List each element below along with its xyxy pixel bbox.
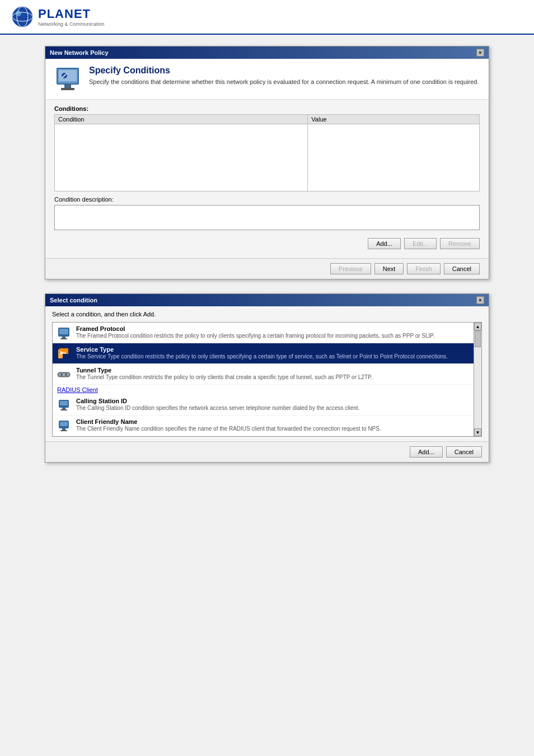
new-network-policy-dialog: New Network Policy × Specify Conditions … bbox=[45, 46, 489, 279]
remove-button[interactable]: Remove bbox=[440, 238, 480, 249]
edit-button[interactable]: Edit... bbox=[404, 238, 437, 249]
calling-station-icon bbox=[57, 399, 71, 412]
scrollbar-up-button[interactable]: ▲ bbox=[474, 323, 481, 330]
dialog2-close-button[interactable]: × bbox=[476, 296, 484, 304]
service-type-icon bbox=[57, 347, 71, 361]
conditions-table: Condition Value bbox=[54, 114, 480, 192]
condition-list-scrollbar[interactable]: ▲ ▼ bbox=[474, 323, 481, 436]
dialog1-title-area: Specify Conditions Specify the condition… bbox=[89, 66, 479, 86]
add-button[interactable]: Add... bbox=[368, 238, 401, 249]
logo-subtitle: Networking & Communication bbox=[38, 21, 105, 27]
logo-area: PLANET Networking & Communication bbox=[11, 6, 523, 28]
client-friendly-icon bbox=[57, 419, 71, 433]
next-button[interactable]: Next bbox=[374, 263, 404, 274]
condition-list-wrapper: Framed Protocol The Framed Protocol cond… bbox=[52, 322, 482, 437]
dialog2-titlebar: Select condition × bbox=[45, 294, 489, 306]
dialog2-cancel-button[interactable]: Cancel bbox=[446, 446, 482, 458]
svg-rect-19 bbox=[59, 374, 69, 376]
svg-rect-13 bbox=[62, 337, 65, 338]
svg-rect-29 bbox=[60, 430, 67, 431]
dialog1-header-section: Specify Conditions Specify the condition… bbox=[45, 59, 489, 100]
conditions-label: Conditions: bbox=[54, 105, 480, 112]
tunnel-type-desc: The Tunnel Type condition restricts the … bbox=[76, 374, 372, 381]
condition-list: Framed Protocol The Framed Protocol cond… bbox=[53, 323, 474, 436]
dialog1-titlebar: New Network Policy × bbox=[45, 46, 489, 59]
dialog1-description: Specify the conditions that determine wh… bbox=[89, 78, 479, 86]
tunnel-type-icon bbox=[57, 368, 71, 381]
finish-button[interactable]: Finish bbox=[407, 263, 440, 274]
framed-protocol-content: Framed Protocol The Framed Protocol cond… bbox=[76, 325, 435, 339]
col-condition-header: Condition bbox=[55, 115, 308, 124]
service-type-desc: The Service Type condition restricts the… bbox=[76, 353, 448, 360]
tunnel-type-title: Tunnel Type bbox=[76, 367, 372, 374]
action-buttons: Add... Edit... Remove bbox=[54, 235, 480, 253]
dialog1-heading: Specify Conditions bbox=[89, 66, 479, 76]
dialog2-body: Select a condition, and then click Add. … bbox=[45, 306, 489, 462]
scrollbar-down-button[interactable]: ▼ bbox=[474, 428, 481, 436]
dialog2-title: Select condition bbox=[50, 297, 97, 304]
svg-rect-23 bbox=[60, 401, 68, 405]
framed-protocol-title: Framed Protocol bbox=[76, 325, 435, 332]
dialog1-close-button[interactable]: × bbox=[476, 49, 484, 57]
content-area: New Network Policy × Specify Conditions … bbox=[0, 35, 534, 488]
svg-rect-12 bbox=[59, 329, 68, 334]
calling-station-desc: The Calling Station ID condition specifi… bbox=[76, 404, 359, 412]
scrollbar-thumb[interactable] bbox=[475, 330, 481, 347]
calling-station-title: Calling Station ID bbox=[76, 398, 359, 404]
cancel-button[interactable]: Cancel bbox=[444, 263, 480, 274]
service-type-content: Service Type The Service Type condition … bbox=[76, 346, 448, 360]
svg-point-20 bbox=[60, 374, 63, 376]
condition-description-box bbox=[54, 205, 480, 230]
condition-item-client-friendly[interactable]: Client Friendly Name The Client Friendly… bbox=[53, 416, 474, 436]
svg-rect-24 bbox=[62, 408, 65, 409]
svg-rect-8 bbox=[64, 85, 71, 88]
header: PLANET Networking & Communication bbox=[0, 0, 534, 35]
condition-item-tunnel-type[interactable]: Tunnel Type The Tunnel Type condition re… bbox=[53, 364, 474, 385]
condition-item-framed-protocol[interactable]: Framed Protocol The Framed Protocol cond… bbox=[53, 323, 474, 343]
dialog2-footer: Add... Cancel bbox=[45, 441, 489, 462]
framed-protocol-desc: The Framed Protocol condition restricts … bbox=[76, 332, 435, 339]
svg-rect-14 bbox=[60, 338, 67, 339]
svg-rect-27 bbox=[60, 422, 68, 426]
scrollbar-track bbox=[474, 330, 481, 428]
logo-text-area: PLANET Networking & Communication bbox=[38, 7, 105, 27]
condition-item-service-type[interactable]: Service Type The Service Type condition … bbox=[53, 343, 474, 364]
svg-rect-25 bbox=[60, 409, 67, 410]
framed-protocol-icon bbox=[57, 326, 71, 340]
specify-conditions-icon bbox=[54, 66, 81, 92]
planet-logo-icon bbox=[11, 6, 34, 28]
svg-point-21 bbox=[65, 374, 67, 376]
service-type-title: Service Type bbox=[76, 346, 448, 353]
svg-rect-28 bbox=[62, 428, 65, 430]
tunnel-type-content: Tunnel Type The Tunnel Type condition re… bbox=[76, 367, 372, 381]
svg-rect-7 bbox=[59, 70, 77, 81]
client-friendly-title: Client Friendly Name bbox=[76, 418, 381, 425]
logo-brand: PLANET bbox=[38, 7, 91, 21]
client-friendly-desc: The Client Friendly Name condition speci… bbox=[76, 425, 381, 432]
radius-client-header: RADIUS Client bbox=[53, 385, 474, 395]
select-condition-dialog: Select condition × Select a condition, a… bbox=[45, 293, 489, 463]
col-value-header: Value bbox=[308, 115, 480, 124]
previous-button[interactable]: Previous bbox=[330, 263, 371, 274]
calling-station-content: Calling Station ID The Calling Station I… bbox=[76, 398, 359, 412]
dialog2-add-button[interactable]: Add... bbox=[410, 446, 443, 458]
condition-description-label: Condition description: bbox=[54, 196, 480, 203]
select-condition-instruction: Select a condition, and then click Add. bbox=[45, 306, 489, 322]
empty-row bbox=[55, 124, 480, 192]
dialog1-content: Conditions: Condition Value bbox=[45, 100, 489, 258]
dialog1-title: New Network Policy bbox=[50, 49, 109, 56]
dialog1-body: Specify Conditions Specify the condition… bbox=[45, 59, 489, 279]
condition-item-calling-station[interactable]: Calling Station ID The Calling Station I… bbox=[53, 395, 474, 416]
client-friendly-content: Client Friendly Name The Client Friendly… bbox=[76, 418, 381, 432]
dialog1-nav-buttons: Previous Next Finish Cancel bbox=[45, 258, 489, 279]
svg-point-4 bbox=[16, 11, 21, 16]
svg-rect-9 bbox=[61, 88, 74, 90]
